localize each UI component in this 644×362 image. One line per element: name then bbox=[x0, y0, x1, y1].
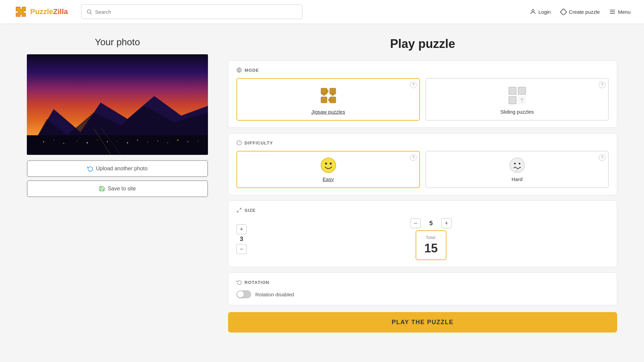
size-header: SIZE bbox=[236, 207, 609, 213]
svg-point-12 bbox=[77, 141, 77, 141]
logo-text: PuzzleZilla bbox=[30, 7, 68, 16]
mountain-svg bbox=[27, 89, 208, 155]
svg-point-24 bbox=[198, 141, 198, 141]
jigsaw-puzzle-icon bbox=[318, 85, 338, 106]
search-icon bbox=[86, 9, 92, 15]
svg-point-49 bbox=[514, 163, 516, 165]
svg-point-36 bbox=[328, 99, 331, 101]
svg-point-33 bbox=[326, 90, 328, 93]
save-button[interactable]: Save to site bbox=[27, 180, 208, 197]
svg-point-46 bbox=[325, 163, 327, 165]
total-box: Total: 15 bbox=[416, 230, 446, 260]
svg-line-52 bbox=[239, 208, 241, 210]
jigsaw-help-icon[interactable]: ? bbox=[410, 81, 417, 88]
sliding-help-icon[interactable]: ? bbox=[599, 81, 605, 88]
rotation-toggle[interactable] bbox=[236, 290, 251, 298]
sliding-label: Sliding puzzles bbox=[500, 109, 534, 115]
rotation-icon bbox=[236, 280, 242, 285]
svg-text:?: ? bbox=[516, 170, 518, 173]
mode-icon bbox=[236, 67, 242, 73]
menu-button[interactable]: Menu bbox=[609, 8, 631, 15]
svg-point-23 bbox=[187, 141, 189, 142]
cols-total-controls: − 5 + Total: 15 bbox=[253, 218, 609, 260]
size-controls: + 3 − − 5 + Total: 15 bbox=[236, 218, 609, 260]
svg-point-20 bbox=[157, 141, 158, 142]
difficulty-easy[interactable]: ? Easy bbox=[236, 151, 420, 188]
svg-point-17 bbox=[127, 142, 128, 143]
search-bar bbox=[81, 4, 303, 19]
create-puzzle-button[interactable]: Create puzzle bbox=[560, 8, 600, 15]
jigsaw-label: Jigsaw puzzles bbox=[311, 109, 345, 115]
size-section: SIZE + 3 − − 5 + Total: bbox=[228, 200, 617, 267]
login-button[interactable]: Login bbox=[530, 8, 551, 15]
play-puzzle-button[interactable]: PLAY THE PUZZLE bbox=[228, 312, 617, 333]
right-panel: Play puzzle MODE ? bbox=[228, 37, 617, 349]
refresh-icon bbox=[87, 166, 93, 172]
rows-decrement-button[interactable]: − bbox=[236, 244, 247, 254]
upload-button[interactable]: Upload another photo bbox=[27, 160, 208, 177]
rotation-row: Rotation disabled bbox=[236, 290, 609, 298]
svg-point-16 bbox=[117, 141, 118, 141]
mode-options: ? Jigsaw puzzles bbox=[236, 78, 609, 121]
svg-point-2 bbox=[532, 9, 534, 12]
cols-decrement-button[interactable]: − bbox=[411, 218, 421, 228]
easy-smiley-icon bbox=[320, 157, 337, 174]
svg-point-13 bbox=[87, 142, 88, 143]
hard-help-icon[interactable]: ? bbox=[599, 154, 605, 161]
rotation-header: ROTATION bbox=[236, 280, 609, 285]
rotation-section: ROTATION Rotation disabled bbox=[228, 273, 617, 305]
svg-point-47 bbox=[330, 163, 332, 165]
difficulty-header: DIFFICULTY bbox=[236, 140, 609, 145]
logo-icon bbox=[13, 4, 28, 19]
svg-point-45 bbox=[321, 158, 336, 173]
mode-jigsaw[interactable]: ? Jigsaw puzzles bbox=[236, 78, 420, 121]
svg-rect-39 bbox=[509, 97, 516, 104]
toggle-knob bbox=[237, 291, 244, 298]
main: Your photo bbox=[0, 23, 644, 362]
svg-rect-8 bbox=[27, 135, 208, 155]
create-puzzle-icon bbox=[560, 8, 567, 15]
left-panel: Your photo bbox=[27, 37, 208, 349]
svg-point-15 bbox=[107, 141, 108, 142]
svg-point-21 bbox=[167, 142, 168, 143]
svg-point-35 bbox=[331, 93, 334, 96]
svg-rect-38 bbox=[518, 87, 526, 95]
user-icon bbox=[530, 8, 536, 15]
logo[interactable]: PuzzleZilla bbox=[13, 4, 68, 19]
total-value: 15 bbox=[424, 241, 438, 255]
difficulty-options: ? Easy ? bbox=[236, 151, 609, 188]
sliding-puzzle-icon bbox=[507, 85, 527, 106]
svg-point-19 bbox=[147, 141, 148, 142]
play-title: Play puzzle bbox=[228, 37, 617, 51]
rows-control: + 3 − bbox=[236, 224, 247, 254]
mode-sliding[interactable]: ? Sliding puzzles bbox=[425, 78, 609, 121]
svg-point-18 bbox=[137, 140, 138, 141]
hard-face-icon: ? bbox=[509, 157, 526, 174]
svg-point-10 bbox=[53, 140, 54, 140]
difficulty-hard[interactable]: ? ? Hard bbox=[425, 151, 609, 188]
photo-frame bbox=[27, 54, 208, 155]
size-icon bbox=[236, 207, 242, 213]
nav-actions: Login Create puzzle Menu bbox=[530, 8, 631, 15]
cols-value: 5 bbox=[426, 220, 436, 227]
easy-help-icon[interactable]: ? bbox=[410, 154, 417, 161]
mode-section: MODE ? Ji bbox=[228, 60, 617, 128]
hard-label: Hard bbox=[512, 176, 523, 182]
svg-point-50 bbox=[519, 163, 520, 165]
search-input[interactable] bbox=[95, 9, 298, 15]
total-label: Total: bbox=[426, 235, 436, 240]
svg-point-14 bbox=[97, 140, 98, 140]
svg-point-0 bbox=[87, 10, 91, 13]
rows-increment-button[interactable]: + bbox=[236, 224, 247, 234]
save-icon bbox=[99, 186, 105, 192]
cols-increment-button[interactable]: + bbox=[441, 218, 451, 228]
svg-point-22 bbox=[177, 139, 178, 141]
difficulty-icon bbox=[236, 140, 242, 145]
svg-point-11 bbox=[63, 143, 64, 144]
mode-header: MODE bbox=[236, 67, 609, 73]
rows-value: 3 bbox=[236, 236, 247, 243]
header: PuzzleZilla Login Create puzzle Menu bbox=[0, 0, 644, 23]
svg-line-1 bbox=[91, 13, 92, 14]
svg-line-53 bbox=[237, 210, 239, 212]
photo-title: Your photo bbox=[95, 37, 140, 48]
